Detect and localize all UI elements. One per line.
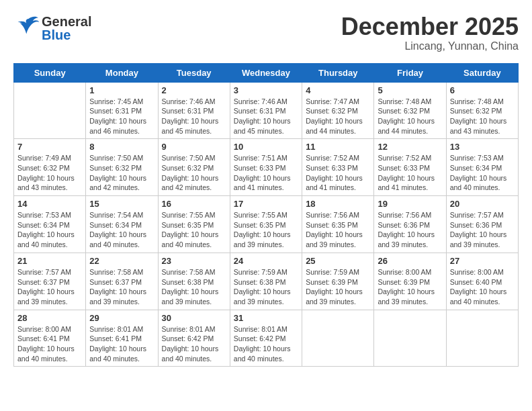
day-details: Sunrise: 7:52 AMSunset: 6:33 PMDaylight:… xyxy=(378,153,442,193)
calendar-week-row: 28Sunrise: 8:00 AMSunset: 6:41 PMDayligh… xyxy=(14,310,519,367)
calendar-week-row: 21Sunrise: 7:57 AMSunset: 6:37 PMDayligh… xyxy=(14,253,519,310)
calendar-day-cell: 29Sunrise: 8:01 AMSunset: 6:41 PMDayligh… xyxy=(86,310,158,367)
day-details: Sunrise: 7:53 AMSunset: 6:34 PMDaylight:… xyxy=(17,210,82,250)
day-number: 21 xyxy=(17,256,82,266)
calendar-day-cell: 5Sunrise: 7:48 AMSunset: 6:32 PMDaylight… xyxy=(374,82,446,139)
calendar-week-row: 14Sunrise: 7:53 AMSunset: 6:34 PMDayligh… xyxy=(14,196,519,253)
day-number: 12 xyxy=(378,142,442,152)
day-number: 8 xyxy=(89,142,154,152)
day-number: 7 xyxy=(17,142,82,152)
day-number: 24 xyxy=(234,256,298,266)
day-number: 20 xyxy=(450,199,515,209)
day-number: 16 xyxy=(162,199,226,209)
calendar-day-cell: 24Sunrise: 7:59 AMSunset: 6:38 PMDayligh… xyxy=(230,253,302,310)
day-number: 14 xyxy=(17,199,82,209)
calendar-day-cell: 4Sunrise: 7:47 AMSunset: 6:32 PMDaylight… xyxy=(302,82,374,139)
calendar-day-cell: 20Sunrise: 7:57 AMSunset: 6:36 PMDayligh… xyxy=(446,196,518,253)
day-details: Sunrise: 7:48 AMSunset: 6:32 PMDaylight:… xyxy=(378,97,442,136)
day-details: Sunrise: 7:59 AMSunset: 6:38 PMDaylight:… xyxy=(234,267,298,307)
calendar-day-cell: 16Sunrise: 7:55 AMSunset: 6:35 PMDayligh… xyxy=(158,196,230,253)
calendar-header-row: SundayMondayTuesdayWednesdayThursdayFrid… xyxy=(14,63,519,82)
calendar-day-cell: 15Sunrise: 7:54 AMSunset: 6:34 PMDayligh… xyxy=(86,196,158,253)
day-number: 4 xyxy=(306,85,370,95)
calendar-day-cell: 26Sunrise: 8:00 AMSunset: 6:39 PMDayligh… xyxy=(374,253,446,310)
day-details: Sunrise: 7:59 AMSunset: 6:39 PMDaylight:… xyxy=(306,267,370,307)
day-details: Sunrise: 8:01 AMSunset: 6:42 PMDaylight:… xyxy=(234,324,298,364)
day-details: Sunrise: 7:57 AMSunset: 6:36 PMDaylight:… xyxy=(450,210,515,250)
day-details: Sunrise: 7:55 AMSunset: 6:35 PMDaylight:… xyxy=(234,210,298,250)
calendar-day-cell: 18Sunrise: 7:56 AMSunset: 6:35 PMDayligh… xyxy=(302,196,374,253)
day-number: 23 xyxy=(162,256,226,266)
page-header: General Blue December 2025 Lincang, Yunn… xyxy=(13,13,519,52)
calendar-day-cell: 23Sunrise: 7:58 AMSunset: 6:38 PMDayligh… xyxy=(158,253,230,310)
day-details: Sunrise: 7:53 AMSunset: 6:34 PMDaylight:… xyxy=(450,153,515,193)
day-number: 26 xyxy=(378,256,442,266)
day-number: 3 xyxy=(234,85,298,95)
calendar-week-row: 1Sunrise: 7:45 AMSunset: 6:31 PMDaylight… xyxy=(14,82,519,139)
day-number: 31 xyxy=(234,313,298,323)
calendar-day-cell: 21Sunrise: 7:57 AMSunset: 6:37 PMDayligh… xyxy=(14,253,86,310)
logo-general-text: General xyxy=(42,15,91,28)
calendar-day-cell: 11Sunrise: 7:52 AMSunset: 6:33 PMDayligh… xyxy=(302,139,374,196)
month-title: December 2025 xyxy=(341,13,519,40)
calendar-day-cell: 6Sunrise: 7:48 AMSunset: 6:32 PMDaylight… xyxy=(446,82,518,139)
day-details: Sunrise: 7:50 AMSunset: 6:32 PMDaylight:… xyxy=(89,153,154,193)
calendar-day-header: Wednesday xyxy=(230,63,302,82)
day-details: Sunrise: 7:56 AMSunset: 6:36 PMDaylight:… xyxy=(378,210,442,250)
day-number: 25 xyxy=(306,256,370,266)
calendar-day-cell: 3Sunrise: 7:46 AMSunset: 6:31 PMDaylight… xyxy=(230,82,302,139)
day-details: Sunrise: 7:45 AMSunset: 6:31 PMDaylight:… xyxy=(89,97,154,136)
day-number: 18 xyxy=(306,199,370,209)
calendar-day-header: Saturday xyxy=(446,63,518,82)
calendar-day-cell: 10Sunrise: 7:51 AMSunset: 6:33 PMDayligh… xyxy=(230,139,302,196)
day-details: Sunrise: 7:54 AMSunset: 6:34 PMDaylight:… xyxy=(89,210,154,250)
day-details: Sunrise: 7:46 AMSunset: 6:31 PMDaylight:… xyxy=(162,97,226,136)
day-number: 2 xyxy=(162,85,226,95)
day-number: 9 xyxy=(162,142,226,152)
day-details: Sunrise: 7:49 AMSunset: 6:32 PMDaylight:… xyxy=(17,153,82,193)
calendar-day-cell: 7Sunrise: 7:49 AMSunset: 6:32 PMDaylight… xyxy=(14,139,86,196)
day-number: 30 xyxy=(162,313,226,323)
day-details: Sunrise: 7:46 AMSunset: 6:31 PMDaylight:… xyxy=(234,97,298,136)
day-number: 15 xyxy=(89,199,154,209)
calendar-day-cell: 2Sunrise: 7:46 AMSunset: 6:31 PMDaylight… xyxy=(158,82,230,139)
calendar-day-cell: 13Sunrise: 7:53 AMSunset: 6:34 PMDayligh… xyxy=(446,139,518,196)
day-number: 28 xyxy=(17,313,82,323)
calendar-day-header: Friday xyxy=(374,63,446,82)
day-details: Sunrise: 7:55 AMSunset: 6:35 PMDaylight:… xyxy=(162,210,226,250)
calendar-day-cell: 28Sunrise: 8:00 AMSunset: 6:41 PMDayligh… xyxy=(14,310,86,367)
calendar-day-cell: 12Sunrise: 7:52 AMSunset: 6:33 PMDayligh… xyxy=(374,139,446,196)
day-details: Sunrise: 8:00 AMSunset: 6:39 PMDaylight:… xyxy=(378,267,442,307)
day-number: 19 xyxy=(378,199,442,209)
day-number: 22 xyxy=(89,256,154,266)
day-number: 17 xyxy=(234,199,298,209)
calendar-day-cell: 30Sunrise: 8:01 AMSunset: 6:42 PMDayligh… xyxy=(158,310,230,367)
day-details: Sunrise: 7:50 AMSunset: 6:32 PMDaylight:… xyxy=(162,153,226,193)
day-details: Sunrise: 7:58 AMSunset: 6:38 PMDaylight:… xyxy=(162,267,226,307)
day-details: Sunrise: 7:48 AMSunset: 6:32 PMDaylight:… xyxy=(450,97,515,136)
calendar-day-cell: 14Sunrise: 7:53 AMSunset: 6:34 PMDayligh… xyxy=(14,196,86,253)
day-details: Sunrise: 7:52 AMSunset: 6:33 PMDaylight:… xyxy=(306,153,370,193)
logo: General Blue xyxy=(13,13,91,43)
calendar-day-header: Tuesday xyxy=(158,63,230,82)
day-details: Sunrise: 8:01 AMSunset: 6:42 PMDaylight:… xyxy=(162,324,226,364)
day-details: Sunrise: 7:56 AMSunset: 6:35 PMDaylight:… xyxy=(306,210,370,250)
calendar-day-cell: 9Sunrise: 7:50 AMSunset: 6:32 PMDaylight… xyxy=(158,139,230,196)
title-block: December 2025 Lincang, Yunnan, China xyxy=(341,13,519,52)
day-details: Sunrise: 7:58 AMSunset: 6:37 PMDaylight:… xyxy=(89,267,154,307)
calendar-day-cell xyxy=(374,310,446,367)
calendar-day-cell: 25Sunrise: 7:59 AMSunset: 6:39 PMDayligh… xyxy=(302,253,374,310)
day-details: Sunrise: 8:01 AMSunset: 6:41 PMDaylight:… xyxy=(89,324,154,364)
day-details: Sunrise: 7:47 AMSunset: 6:32 PMDaylight:… xyxy=(306,97,370,136)
calendar-day-cell xyxy=(302,310,374,367)
calendar-day-cell: 8Sunrise: 7:50 AMSunset: 6:32 PMDaylight… xyxy=(86,139,158,196)
calendar-day-header: Thursday xyxy=(302,63,374,82)
day-number: 29 xyxy=(89,313,154,323)
day-details: Sunrise: 8:00 AMSunset: 6:41 PMDaylight:… xyxy=(17,324,82,364)
day-number: 6 xyxy=(450,85,515,95)
calendar-day-header: Sunday xyxy=(14,63,86,82)
calendar-day-cell: 31Sunrise: 8:01 AMSunset: 6:42 PMDayligh… xyxy=(230,310,302,367)
calendar-day-cell xyxy=(446,310,518,367)
calendar-day-cell xyxy=(14,82,86,139)
day-details: Sunrise: 7:51 AMSunset: 6:33 PMDaylight:… xyxy=(234,153,298,193)
